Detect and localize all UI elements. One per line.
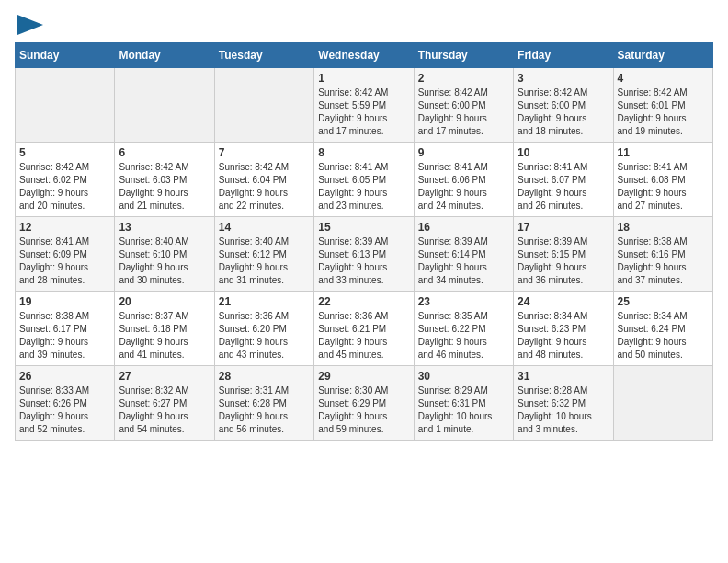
day-info-line: Daylight: 9 hours bbox=[219, 187, 310, 200]
calendar-cell: 13Sunrise: 8:40 AMSunset: 6:10 PMDayligh… bbox=[115, 217, 214, 292]
day-info-line: Sunrise: 8:42 AM bbox=[518, 86, 609, 99]
day-info-line: Daylight: 9 hours bbox=[618, 112, 709, 125]
day-info-line: Sunrise: 8:38 AM bbox=[19, 310, 110, 323]
day-info-line: and 18 minutes. bbox=[518, 125, 609, 138]
calendar-cell: 20Sunrise: 8:37 AMSunset: 6:18 PMDayligh… bbox=[115, 292, 214, 366]
day-number: 31 bbox=[518, 370, 609, 383]
day-info-line: Daylight: 9 hours bbox=[618, 187, 709, 200]
day-info-line: and 48 minutes. bbox=[518, 349, 609, 362]
day-info-line: Sunrise: 8:42 AM bbox=[318, 86, 409, 99]
logo-flag-icon bbox=[17, 15, 43, 35]
calendar-cell: 11Sunrise: 8:41 AMSunset: 6:08 PMDayligh… bbox=[613, 143, 712, 217]
day-info-line: Daylight: 9 hours bbox=[19, 187, 110, 200]
day-info-line: Sunrise: 8:42 AM bbox=[418, 86, 509, 99]
day-info-line: Daylight: 9 hours bbox=[19, 336, 110, 349]
calendar-cell: 3Sunrise: 8:42 AMSunset: 6:00 PMDaylight… bbox=[514, 68, 613, 143]
calendar-cell bbox=[16, 68, 115, 143]
calendar-cell: 31Sunrise: 8:28 AMSunset: 6:32 PMDayligh… bbox=[514, 366, 613, 441]
day-info-line: Sunrise: 8:42 AM bbox=[19, 161, 110, 174]
day-info-line: Sunset: 6:05 PM bbox=[318, 174, 409, 187]
day-info-line: and 54 minutes. bbox=[119, 423, 210, 436]
day-info-line: Sunrise: 8:35 AM bbox=[418, 310, 509, 323]
day-info-line: Daylight: 9 hours bbox=[618, 336, 709, 349]
day-info-line: Daylight: 9 hours bbox=[318, 261, 409, 274]
day-info-line: Daylight: 9 hours bbox=[318, 112, 409, 125]
calendar-cell: 4Sunrise: 8:42 AMSunset: 6:01 PMDaylight… bbox=[613, 68, 712, 143]
day-number: 20 bbox=[119, 295, 210, 308]
day-info-line: Sunrise: 8:39 AM bbox=[418, 236, 509, 248]
day-info-line: Sunset: 5:59 PM bbox=[318, 99, 409, 112]
day-info-line: Sunset: 6:10 PM bbox=[119, 248, 210, 261]
day-info-line: Sunrise: 8:34 AM bbox=[518, 310, 609, 323]
day-info-line: Sunset: 6:14 PM bbox=[418, 248, 509, 261]
day-info-line: and 19 minutes. bbox=[618, 125, 709, 138]
calendar-cell: 23Sunrise: 8:35 AMSunset: 6:22 PMDayligh… bbox=[414, 292, 513, 366]
calendar-cell: 27Sunrise: 8:32 AMSunset: 6:27 PMDayligh… bbox=[115, 366, 214, 441]
day-info-line: and 41 minutes. bbox=[119, 349, 210, 362]
calendar-cell: 8Sunrise: 8:41 AMSunset: 6:05 PMDaylight… bbox=[314, 143, 414, 217]
calendar-cell: 18Sunrise: 8:38 AMSunset: 6:16 PMDayligh… bbox=[613, 217, 712, 292]
day-info-line: and 24 minutes. bbox=[418, 200, 509, 213]
weekday-header-saturday: Saturday bbox=[613, 43, 712, 68]
day-info-line: Sunset: 6:17 PM bbox=[19, 323, 110, 336]
day-info-line: Sunrise: 8:36 AM bbox=[318, 310, 409, 323]
day-info-line: Sunset: 6:03 PM bbox=[119, 174, 210, 187]
day-info-line: Sunrise: 8:40 AM bbox=[119, 236, 210, 248]
day-info-line: and 28 minutes. bbox=[19, 274, 110, 287]
day-info-line: Sunset: 6:08 PM bbox=[618, 174, 709, 187]
day-number: 11 bbox=[618, 146, 709, 159]
day-number: 30 bbox=[418, 370, 509, 383]
day-info-line: and 43 minutes. bbox=[219, 349, 310, 362]
day-info-line: and 39 minutes. bbox=[19, 349, 110, 362]
day-number: 23 bbox=[418, 295, 509, 308]
day-info-line: and 22 minutes. bbox=[219, 200, 310, 213]
day-info-line: and 33 minutes. bbox=[318, 274, 409, 287]
day-info-line: Daylight: 9 hours bbox=[119, 261, 210, 274]
day-info-line: and 59 minutes. bbox=[318, 423, 409, 436]
day-number: 8 bbox=[318, 146, 409, 159]
day-info-line: and 31 minutes. bbox=[219, 274, 310, 287]
day-info-line: and 3 minutes. bbox=[518, 423, 609, 436]
day-info-line: Sunrise: 8:40 AM bbox=[219, 236, 310, 248]
day-info-line: Sunset: 6:27 PM bbox=[119, 397, 210, 410]
day-info-line: Sunset: 6:20 PM bbox=[219, 323, 310, 336]
day-number: 3 bbox=[518, 72, 609, 85]
day-info-line: Sunset: 6:09 PM bbox=[19, 248, 110, 261]
weekday-header-wednesday: Wednesday bbox=[314, 43, 414, 68]
day-number: 26 bbox=[19, 370, 110, 383]
day-info-line: Daylight: 9 hours bbox=[318, 187, 409, 200]
day-number: 12 bbox=[19, 221, 110, 234]
calendar-cell: 17Sunrise: 8:39 AMSunset: 6:15 PMDayligh… bbox=[514, 217, 613, 292]
day-info-line: and 52 minutes. bbox=[19, 423, 110, 436]
day-info-line: Sunset: 6:31 PM bbox=[418, 397, 509, 410]
day-info-line: Sunrise: 8:36 AM bbox=[219, 310, 310, 323]
day-info-line: Sunrise: 8:42 AM bbox=[618, 86, 709, 99]
day-info-line: Sunrise: 8:41 AM bbox=[618, 161, 709, 174]
day-info-line: Sunset: 6:24 PM bbox=[618, 323, 709, 336]
day-info-line: Sunrise: 8:33 AM bbox=[19, 385, 110, 397]
calendar-table: SundayMondayTuesdayWednesdayThursdayFrid… bbox=[15, 42, 713, 441]
day-number: 22 bbox=[318, 295, 409, 308]
day-info-line: Sunrise: 8:42 AM bbox=[219, 161, 310, 174]
calendar-week-row: 1Sunrise: 8:42 AMSunset: 5:59 PMDaylight… bbox=[16, 68, 713, 143]
day-info-line: Sunrise: 8:31 AM bbox=[219, 385, 310, 397]
weekday-header-friday: Friday bbox=[514, 43, 613, 68]
day-number: 28 bbox=[219, 370, 310, 383]
day-number: 21 bbox=[219, 295, 310, 308]
day-number: 4 bbox=[618, 72, 709, 85]
calendar-cell: 28Sunrise: 8:31 AMSunset: 6:28 PMDayligh… bbox=[214, 366, 313, 441]
day-info-line: Daylight: 9 hours bbox=[318, 410, 409, 423]
day-number: 19 bbox=[19, 295, 110, 308]
day-info-line: Daylight: 9 hours bbox=[19, 410, 110, 423]
day-number: 18 bbox=[618, 221, 709, 234]
day-info-line: and 20 minutes. bbox=[19, 200, 110, 213]
calendar-cell: 29Sunrise: 8:30 AMSunset: 6:29 PMDayligh… bbox=[314, 366, 414, 441]
calendar-cell bbox=[214, 68, 313, 143]
day-info-line: Daylight: 9 hours bbox=[518, 261, 609, 274]
day-info-line: Daylight: 9 hours bbox=[119, 187, 210, 200]
day-number: 17 bbox=[518, 221, 609, 234]
day-number: 5 bbox=[19, 146, 110, 159]
day-number: 9 bbox=[418, 146, 509, 159]
day-number: 2 bbox=[418, 72, 509, 85]
calendar-cell: 21Sunrise: 8:36 AMSunset: 6:20 PMDayligh… bbox=[214, 292, 313, 366]
